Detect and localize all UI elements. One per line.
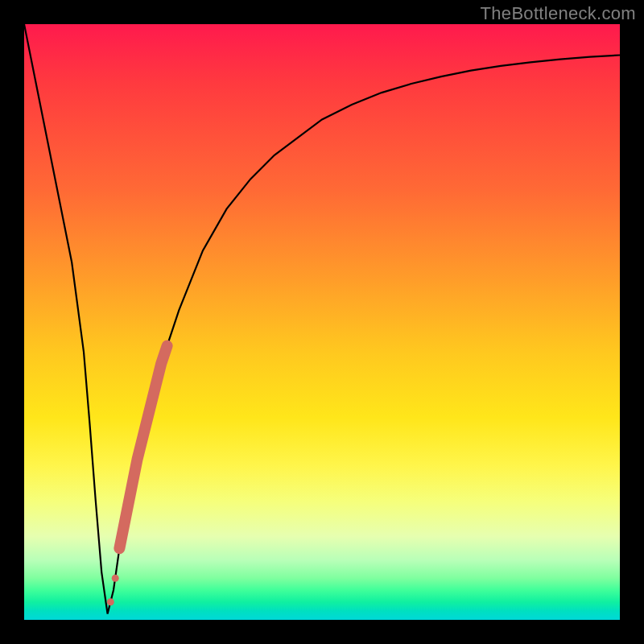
highlight-dot (107, 598, 114, 605)
chart-svg (24, 24, 620, 620)
highlight-dot (112, 575, 119, 582)
bottleneck-curve-path (24, 24, 620, 614)
chart-frame: TheBottleneck.com (0, 0, 644, 644)
highlight-segment-path (119, 346, 167, 549)
plot-area (24, 24, 620, 620)
watermark-text: TheBottleneck.com (481, 3, 636, 24)
